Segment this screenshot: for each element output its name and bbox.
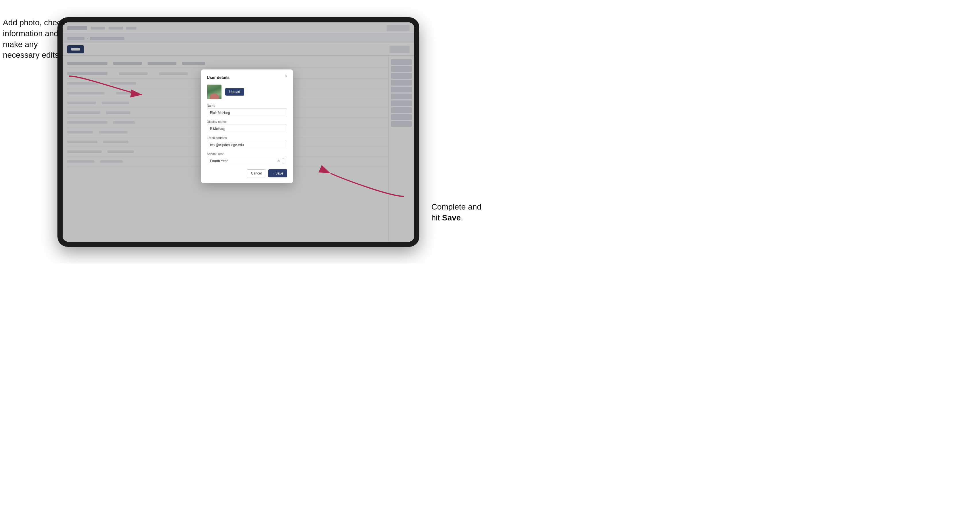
user-photo-image: [207, 84, 221, 99]
email-field-group: Email address: [207, 136, 287, 149]
select-chevron-icon: ⌃⌄: [282, 158, 284, 164]
save-label: Save: [275, 171, 283, 175]
select-clear-icon[interactable]: ✕: [277, 159, 280, 163]
modal-close-button[interactable]: ×: [284, 73, 289, 79]
email-label: Email address: [207, 136, 287, 140]
tablet-device: ›: [57, 17, 419, 247]
modal-footer: Cancel ↑ Save: [207, 169, 287, 178]
modal-title: User details: [207, 75, 287, 80]
tablet-screen: ›: [63, 22, 414, 242]
school-year-label: School Year: [207, 152, 287, 156]
email-input[interactable]: [207, 141, 287, 149]
name-label: Name: [207, 104, 287, 107]
school-year-field-group: School Year Fourth Year ✕ ⌃⌄: [207, 152, 287, 165]
upload-photo-button[interactable]: Upload: [225, 88, 244, 95]
user-details-modal: User details × Upload Name Disp: [201, 70, 293, 183]
user-photo-thumbnail: [207, 84, 222, 99]
name-field-group: Name: [207, 104, 287, 117]
name-input[interactable]: [207, 108, 287, 117]
display-name-input[interactable]: [207, 125, 287, 133]
school-year-select[interactable]: Fourth Year ✕ ⌃⌄: [207, 157, 287, 165]
school-year-value: Fourth Year: [210, 159, 277, 163]
display-name-field-group: Display name: [207, 120, 287, 133]
annotation-right: Complete and hit Save.: [431, 202, 481, 223]
cancel-button[interactable]: Cancel: [247, 169, 266, 178]
modal-overlay: User details × Upload Name Disp: [63, 22, 414, 242]
save-icon: ↑: [272, 171, 274, 175]
annotation-left: Add photo, check information and make an…: [3, 17, 66, 60]
photo-row: Upload: [207, 84, 287, 99]
save-button[interactable]: ↑ Save: [268, 169, 287, 178]
display-name-label: Display name: [207, 120, 287, 124]
